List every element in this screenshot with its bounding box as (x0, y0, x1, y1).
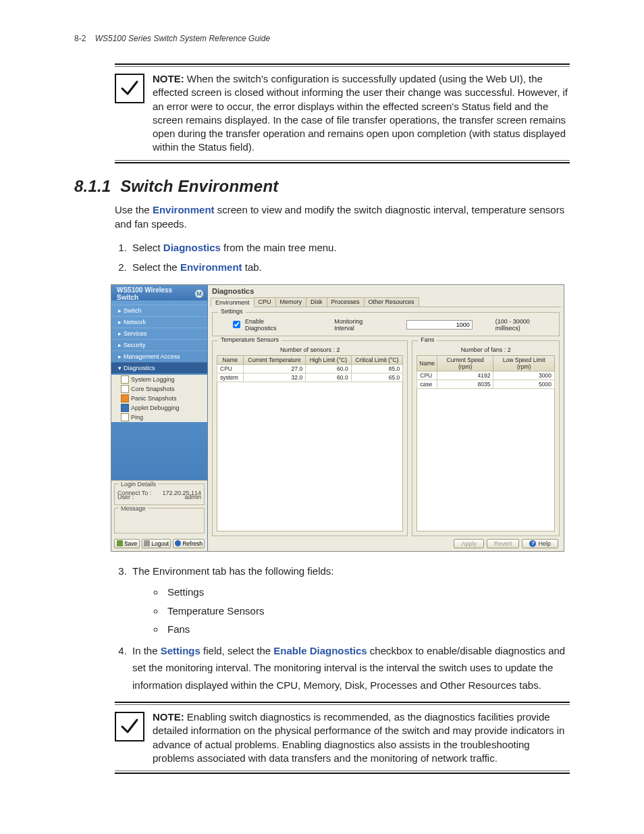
save-icon (117, 540, 123, 546)
embedded-ui: WS5100 Wireless Switch M ▸Switch ▸Networ… (111, 284, 564, 552)
settings-fieldset: Settings Enable Diagnostics Monitoring I… (212, 312, 560, 336)
footer-buttons: Apply Revert ? Help (211, 536, 561, 548)
help-icon: ? (529, 540, 536, 547)
help-button[interactable]: ? Help (522, 539, 558, 548)
logout-icon (144, 540, 150, 546)
steps-list-top: Select Diagnostics from the main tree me… (115, 239, 570, 276)
message-panel: Message (114, 508, 205, 533)
table-row[interactable]: system 32.0 60.0 65.0 (217, 373, 403, 382)
nav-tree: ▸Switch ▸Network ▸Services ▸Security ▸Ma… (111, 305, 207, 373)
tree-syslog[interactable]: System Logging (119, 375, 207, 384)
enable-diagnostics-checkbox[interactable]: Enable Diagnostics (230, 318, 294, 332)
table-row[interactable]: case 8035 5000 (417, 380, 555, 388)
doc-icon (121, 375, 129, 384)
sidebar: WS5100 Wireless Switch M ▸Switch ▸Networ… (111, 285, 208, 551)
brand-logo-icon: M (195, 290, 203, 298)
fans-panel: Fans Number of fans : 2 Name Current Spe… (412, 340, 560, 536)
tab-cpu[interactable]: CPU (254, 297, 276, 307)
check-icon (115, 712, 144, 741)
alert-icon (121, 394, 129, 402)
save-button[interactable]: Save (114, 539, 140, 548)
fan-count: Number of fans : 2 (417, 346, 555, 353)
refresh-icon (175, 540, 181, 546)
temperature-panel: Temperature Sensors Number of sensors : … (212, 340, 408, 536)
table-row[interactable]: CPU 4192 3000 (417, 371, 555, 380)
tab-memory[interactable]: Memory (275, 297, 307, 307)
revert-button[interactable]: Revert (487, 539, 520, 548)
tree-ping[interactable]: Ping (119, 413, 207, 422)
debug-icon (121, 404, 129, 412)
tab-processes[interactable]: Processes (327, 297, 365, 307)
running-header: 8-2 WS5100 Series Switch System Referenc… (74, 34, 570, 43)
monitoring-interval-input[interactable] (406, 320, 473, 330)
refresh-button[interactable]: Refresh (173, 539, 205, 548)
sensor-count: Number of sensors : 2 (217, 346, 403, 353)
ping-icon (121, 413, 129, 421)
tab-other[interactable]: Other Resources (364, 297, 419, 307)
step-2: Select the Environment tab. (130, 259, 570, 276)
apply-button[interactable]: Apply (454, 539, 484, 548)
tree-diagnostics[interactable]: ▾Diagnostics (111, 362, 207, 373)
tree-security[interactable]: ▸Security (111, 339, 207, 350)
login-details: Login Details Connect To :172.20.25.114 … (114, 484, 205, 505)
diagnostics-subtree: System Logging Core Snapshots Panic Snap… (111, 375, 207, 422)
logout-button[interactable]: Logout (142, 539, 171, 548)
monitoring-interval-label: Monitoring Interval (334, 318, 382, 332)
tree-network[interactable]: ▸Network (111, 316, 207, 328)
intro-paragraph: Use the Environment screen to view and m… (115, 203, 570, 231)
main-title: Diagnostics (211, 286, 561, 297)
brand-bar: WS5100 Wireless Switch M (111, 285, 207, 301)
temperature-table: Name Current Temperature High Limit (°C)… (217, 355, 403, 382)
tab-bar: Environment CPU Memory Disk Processes Ot… (211, 297, 561, 307)
note-text-1: NOTE: When the switch's configuration is… (153, 72, 570, 155)
step-4: In the Settings field, select the Enable… (130, 642, 570, 694)
table-row[interactable]: CPU 27.0 60.0 85.0 (217, 364, 403, 373)
tree-applet[interactable]: Applet Debugging (119, 403, 207, 413)
enable-diagnostics-input[interactable] (233, 321, 240, 328)
step-1: Select Diagnostics from the main tree me… (130, 239, 570, 257)
doc-icon (121, 385, 129, 393)
fans-table: Name Current Speed (rpm) Low Speed Limit… (417, 355, 555, 389)
tree-core[interactable]: Core Snapshots (119, 384, 207, 394)
monitoring-hint: (100 - 30000 millisecs) (495, 318, 554, 332)
section-heading: 8.1.1 Switch Environment (74, 177, 570, 196)
field-bullets: Settings Temperature Sensors Fans (153, 583, 570, 638)
note-text-2: NOTE: Enabling switch diagnostics is rec… (153, 710, 570, 765)
tree-mgmt[interactable]: ▸Management Access (111, 350, 207, 362)
page-number: 8-2 (74, 34, 86, 43)
main-panel: Diagnostics Environment CPU Memory Disk … (208, 285, 564, 551)
tree-services[interactable]: ▸Services (111, 328, 207, 339)
steps-list-bottom: The Environment tab has the following fi… (115, 563, 570, 694)
running-title: WS5100 Series Switch System Reference Gu… (95, 34, 270, 43)
check-icon (115, 74, 144, 103)
tab-disk[interactable]: Disk (306, 297, 327, 307)
tree-panic[interactable]: Panic Snapshots (119, 394, 207, 403)
tree-switch[interactable]: ▸Switch (111, 305, 207, 316)
step-3: The Environment tab has the following fi… (130, 563, 570, 638)
tab-environment[interactable]: Environment (211, 298, 254, 307)
